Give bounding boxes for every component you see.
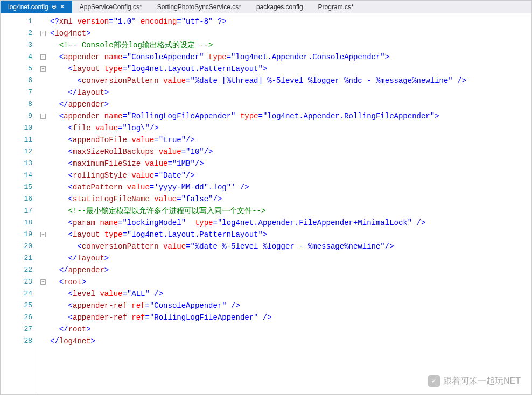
line-number: 20 — [1, 241, 32, 252]
line-number: 24 — [1, 288, 32, 300]
tab-bar: log4net.config ⊕ ✕ AppServiceConfig.cs* … — [1, 1, 531, 13]
line-number: 16 — [1, 193, 32, 205]
watermark-text: 跟着阿笨一起玩NET — [443, 376, 521, 387]
line-number: 18 — [1, 217, 32, 229]
code-line[interactable]: <appendToFile value="true"/> — [50, 134, 531, 146]
code-line[interactable]: <staticLogFileName value="false"/> — [50, 193, 531, 205]
fold-toggle[interactable]: − — [40, 66, 46, 72]
line-number: 27 — [1, 323, 32, 335]
line-number: 2 — [1, 27, 32, 39]
code-line[interactable]: <appender-ref ref="RollingLogFileAppende… — [50, 312, 531, 323]
code-area[interactable]: <?xml version="1.0" encoding="utf-8" ?><… — [48, 13, 531, 394]
code-line[interactable]: <file value="log\"/> — [50, 122, 531, 134]
line-number: 9 — [1, 110, 32, 122]
line-number: 6 — [1, 75, 32, 87]
code-line[interactable]: <root> — [50, 276, 531, 288]
code-line[interactable]: <!--最小锁定模型以允许多个进程可以写入同一个文件--> — [50, 205, 531, 217]
line-number: 14 — [1, 170, 32, 181]
line-number: 25 — [1, 300, 32, 312]
fold-toggle[interactable]: − — [40, 114, 46, 119]
code-line[interactable]: <conversionPattern value="%date %-5level… — [50, 241, 531, 252]
line-number: 23 — [1, 276, 32, 288]
line-number-gutter: 1234567891011121314151617181920212223242… — [1, 13, 38, 394]
line-number: 21 — [1, 252, 32, 264]
tab-packages-config[interactable]: packages.config — [249, 1, 311, 13]
fold-toggle[interactable]: − — [40, 232, 46, 237]
line-number: 13 — [1, 158, 32, 170]
fold-toggle[interactable]: − — [40, 31, 46, 36]
line-number: 4 — [1, 51, 32, 63]
code-line[interactable]: <layout type="log4net.Layout.PatternLayo… — [50, 63, 531, 75]
tab-program-cs[interactable]: Program.cs* — [311, 1, 361, 13]
watermark-icon: ✓ — [428, 375, 440, 387]
tab-label: log4net.config — [8, 3, 48, 11]
line-number: 8 — [1, 98, 32, 110]
close-icon[interactable]: ✕ — [60, 3, 65, 10]
tab-sortingphotosyncservice[interactable]: SortingPhotoSyncService.cs* — [150, 1, 249, 13]
line-number: 12 — [1, 146, 32, 158]
code-line[interactable]: <datePattern value='yyyy-MM-dd".log"' /> — [50, 181, 531, 193]
tab-label: packages.config — [256, 3, 303, 11]
fold-toggle[interactable]: − — [40, 279, 46, 285]
line-number: 28 — [1, 335, 32, 347]
line-number: 3 — [1, 39, 32, 51]
line-number: 15 — [1, 181, 32, 193]
watermark: ✓ 跟着阿笨一起玩NET — [428, 375, 521, 387]
code-line[interactable]: <layout type="log4net.Layout.PatternLayo… — [50, 229, 531, 241]
code-line[interactable]: <level value="ALL" /> — [50, 288, 531, 300]
line-number: 19 — [1, 229, 32, 241]
code-line[interactable]: </log4net> — [50, 335, 531, 347]
code-line[interactable]: <conversionPattern value="%date [%thread… — [50, 75, 531, 87]
line-number: 17 — [1, 205, 32, 217]
code-line[interactable]: <appender-ref ref="ConsoleAppender" /> — [50, 300, 531, 312]
code-line[interactable]: </layout> — [50, 252, 531, 264]
code-line[interactable]: <rollingStyle value="Date"/> — [50, 170, 531, 181]
code-line[interactable]: </appender> — [50, 98, 531, 110]
line-number: 1 — [1, 16, 32, 27]
pin-icon[interactable]: ⊕ — [52, 3, 57, 10]
line-number: 7 — [1, 87, 32, 98]
line-number: 5 — [1, 63, 32, 75]
tab-label: SortingPhotoSyncService.cs* — [157, 3, 241, 11]
code-line[interactable]: </root> — [50, 323, 531, 335]
code-line[interactable]: <maximumFileSize value="1MB"/> — [50, 158, 531, 170]
line-number: 26 — [1, 312, 32, 323]
tab-label: Program.cs* — [318, 3, 354, 11]
code-line[interactable]: <?xml version="1.0" encoding="utf-8" ?> — [50, 16, 531, 27]
code-line[interactable]: <appender name="ConsoleAppender" type="l… — [50, 51, 531, 63]
code-editor[interactable]: 1234567891011121314151617181920212223242… — [1, 13, 531, 394]
code-line[interactable]: </layout> — [50, 87, 531, 98]
code-line[interactable]: <!-- Console部分log输出格式的设定 --> — [50, 39, 531, 51]
fold-toggle[interactable]: − — [40, 54, 46, 60]
code-line[interactable]: </appender> — [50, 264, 531, 276]
line-number: 22 — [1, 264, 32, 276]
line-number: 11 — [1, 134, 32, 146]
code-line[interactable]: <appender name="RollingLogFileAppender" … — [50, 110, 531, 122]
fold-gutter: −−−−−− — [38, 13, 48, 394]
code-line[interactable]: <maxSizeRollBackups value="10"/> — [50, 146, 531, 158]
code-line[interactable]: <param name="lockingModel" type="log4net… — [50, 217, 531, 229]
code-line[interactable]: <log4net> — [50, 27, 531, 39]
tab-label: AppServiceConfig.cs* — [80, 3, 142, 11]
tab-appserviceconfig[interactable]: AppServiceConfig.cs* — [72, 1, 150, 13]
line-number: 10 — [1, 122, 32, 134]
tab-log4net-config[interactable]: log4net.config ⊕ ✕ — [1, 1, 72, 13]
